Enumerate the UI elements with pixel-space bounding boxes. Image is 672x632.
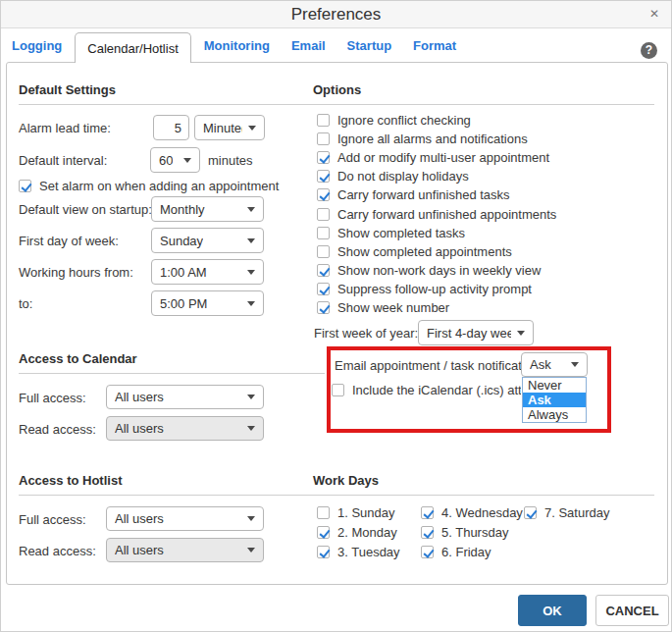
- dropdown-option-never[interactable]: Never: [523, 378, 586, 393]
- default-interval-dropdown[interactable]: 60: [150, 147, 200, 173]
- option-row: Show completed tasks: [317, 225, 465, 241]
- work-days-heading: Work Days: [313, 473, 654, 496]
- option-checkbox[interactable]: [317, 208, 330, 221]
- hotlist-read-access-dropdown[interactable]: All users: [106, 538, 264, 562]
- option-checkbox[interactable]: [317, 151, 330, 164]
- email-notification-dropdown[interactable]: Ask: [521, 352, 588, 377]
- work-day-checkbox[interactable]: [317, 526, 330, 539]
- work-day-checkbox[interactable]: [317, 546, 330, 558]
- option-row: Carry forward unfinished appointments: [317, 206, 556, 223]
- title-bar: Preferences ✕: [1, 1, 671, 28]
- option-row: Ignore conflict checking: [317, 112, 471, 129]
- calendar-read-access-dropdown[interactable]: All users: [106, 416, 264, 441]
- ics-attachment-checkbox[interactable]: [332, 384, 344, 396]
- ics-attachment-label: Include the iCalendar (.ics) attachm: [352, 383, 521, 397]
- chevron-down-icon: [247, 270, 255, 275]
- first-week-label: First week of year:: [314, 326, 418, 341]
- tab-format[interactable]: Format: [402, 38, 467, 53]
- work-day-checkbox[interactable]: [421, 506, 434, 519]
- work-day-row: 6. Friday: [421, 544, 491, 560]
- first-day-dropdown[interactable]: Sunday: [151, 228, 264, 253]
- email-notification-label: Email appointment / task notification:: [335, 358, 543, 373]
- working-to-row: to: 5:00 PM: [19, 290, 325, 316]
- option-row: Suppress follow-up activity prompt: [317, 281, 532, 297]
- ok-button[interactable]: OK: [518, 595, 587, 626]
- dialog-title: Preferences: [1, 5, 671, 25]
- option-row: Ignore all alarms and notifications: [317, 131, 528, 147]
- calendar-full-access-label: Full access:: [19, 390, 86, 404]
- access-hotlist-heading: Access to Hotlist: [19, 473, 325, 496]
- tab-email[interactable]: Email: [281, 38, 336, 53]
- access-calendar-heading: Access to Calendar: [19, 351, 325, 374]
- default-view-row: Default view on startup: Monthly: [19, 196, 325, 222]
- hotlist-full-access-row: Full access: All users: [19, 506, 325, 531]
- work-day-checkbox[interactable]: [317, 506, 330, 519]
- hotlist-full-access-label: Full access:: [19, 511, 86, 526]
- set-alarm-checkbox[interactable]: [19, 180, 31, 192]
- option-checkbox[interactable]: [317, 301, 330, 314]
- calendar-full-access-row: Full access: All users: [19, 385, 325, 409]
- option-checkbox[interactable]: [317, 283, 330, 295]
- work-day-row: 2. Monday: [317, 524, 397, 541]
- chevron-down-icon: [247, 516, 255, 521]
- cancel-button[interactable]: CANCEL: [595, 595, 669, 626]
- default-settings-heading: Default Settings: [19, 82, 325, 105]
- alarm-unit-dropdown[interactable]: Minute(: [194, 115, 265, 140]
- default-view-dropdown[interactable]: Monthly: [151, 196, 264, 222]
- calendar-read-access-row: Read access: All users: [19, 416, 325, 441]
- work-day-checkbox[interactable]: [421, 546, 434, 558]
- chevron-down-icon: [571, 362, 579, 367]
- alarm-lead-time-input[interactable]: [153, 115, 189, 140]
- option-checkbox[interactable]: [317, 132, 330, 145]
- close-icon[interactable]: ✕: [649, 7, 659, 21]
- hotlist-full-access-dropdown[interactable]: All users: [106, 506, 264, 531]
- first-day-row: First day of week: Sunday: [19, 228, 325, 253]
- option-row: Show week number: [317, 299, 449, 316]
- chevron-down-icon: [247, 238, 255, 243]
- chevron-down-icon: [247, 395, 255, 399]
- work-day-row: 5. Thursday: [421, 524, 508, 541]
- work-day-row: 3. Tuesday: [317, 544, 400, 560]
- work-day-row: 7. Saturday: [524, 504, 610, 521]
- working-from-dropdown[interactable]: 1:00 AM: [151, 259, 264, 285]
- alarm-lead-time-row: Alarm lead time: Minute(: [19, 115, 325, 140]
- first-day-label: First day of week:: [19, 234, 119, 248]
- interval-unit-text: minutes: [208, 153, 253, 168]
- option-row: Carry forward unfinished tasks: [317, 186, 510, 203]
- default-interval-label: Default interval:: [19, 153, 107, 168]
- default-view-label: Default view on startup:: [19, 202, 152, 217]
- first-week-dropdown[interactable]: First 4-day week: [418, 320, 534, 345]
- option-checkbox[interactable]: [317, 114, 330, 127]
- working-to-label: to:: [19, 296, 32, 311]
- work-day-checkbox[interactable]: [421, 526, 434, 539]
- set-alarm-checkbox-row: Set alarm on when adding an appointment: [19, 178, 279, 194]
- option-checkbox[interactable]: [317, 170, 330, 183]
- chevron-down-icon: [517, 331, 525, 336]
- working-to-dropdown[interactable]: 5:00 PM: [151, 290, 264, 316]
- set-alarm-label: Set alarm on when adding an appointment: [39, 179, 279, 193]
- tab-calendar-hotlist[interactable]: Calendar/Hotlist: [75, 32, 191, 63]
- chevron-down-icon: [247, 548, 255, 553]
- chevron-down-icon: [247, 207, 255, 212]
- tab-logging[interactable]: Logging: [1, 38, 73, 53]
- ics-attachment-row: Include the iCalendar (.ics) attachm: [332, 382, 521, 398]
- chevron-down-icon: [183, 158, 191, 163]
- dropdown-option-always[interactable]: Always: [523, 407, 586, 422]
- option-row: Show completed appointments: [317, 243, 512, 260]
- option-row: Do not display holidays: [317, 168, 469, 184]
- working-from-label: Working hours from:: [19, 265, 133, 280]
- option-checkbox[interactable]: [317, 188, 330, 201]
- option-checkbox[interactable]: [317, 264, 330, 277]
- option-checkbox[interactable]: [317, 227, 330, 239]
- calendar-read-access-label: Read access:: [19, 421, 96, 436]
- alarm-lead-time-label: Alarm lead time:: [19, 121, 111, 135]
- option-row: Add or modify multi-user appointment: [317, 149, 549, 166]
- work-day-row: 1. Sunday: [317, 504, 395, 521]
- tab-startup[interactable]: Startup: [336, 38, 403, 53]
- calendar-full-access-dropdown[interactable]: All users: [106, 385, 264, 409]
- tab-monitoring[interactable]: Monitoring: [193, 38, 281, 53]
- preferences-dialog: Preferences ✕ Logging Calendar/Hotlist M…: [0, 0, 672, 632]
- option-checkbox[interactable]: [317, 245, 330, 258]
- dropdown-option-ask[interactable]: Ask: [523, 393, 586, 407]
- work-day-checkbox[interactable]: [524, 506, 537, 519]
